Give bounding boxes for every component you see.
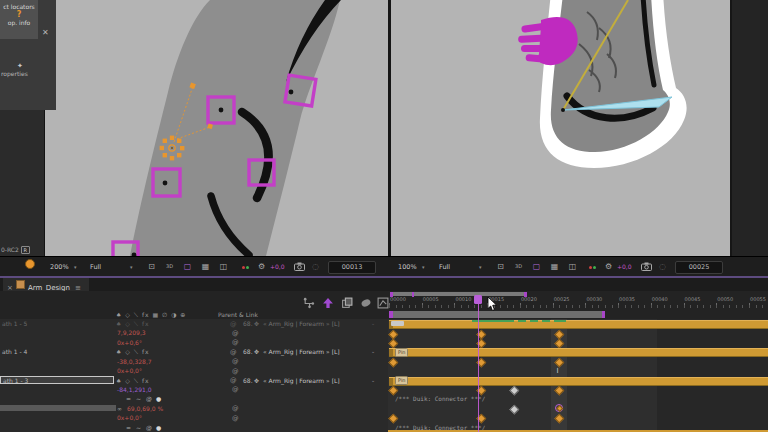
property-value[interactable]: 0x+0,0° <box>117 367 142 374</box>
chevron-down-icon[interactable]: ⌄ <box>371 320 375 326</box>
show-snapshot-icon[interactable]: ◌ <box>657 261 668 272</box>
transparency-grid-icon[interactable]: ▦ <box>549 261 560 272</box>
chevron-down-icon[interactable]: ⌄ <box>371 348 375 354</box>
tab-arm-design[interactable]: ×Arm_Design≡ <box>3 278 89 291</box>
keyframe-track-row[interactable]: Pin <box>388 376 768 385</box>
viewer-separator[interactable] <box>388 0 391 256</box>
resolution-select[interactable]: Full <box>439 257 450 277</box>
parent-target[interactable]: « Arm_Rig | Forearm » [L] <box>263 377 340 384</box>
keyframe-track-row[interactable] <box>388 413 768 422</box>
chevron-down-icon[interactable]: ⌄ <box>371 377 375 383</box>
property-row[interactable]: -38,0,328,7@ <box>0 357 388 366</box>
keyframe-track-row[interactable] <box>388 385 768 394</box>
playhead-line[interactable] <box>478 296 479 432</box>
close-icon[interactable]: ✕ <box>42 28 49 37</box>
property-value[interactable]: -38,0,328,7 <box>117 358 152 365</box>
fast-previews-gear-icon[interactable]: ⚙ <box>603 261 614 272</box>
properties-button[interactable]: ✦ roperties <box>1 62 55 77</box>
property-row[interactable]: ath 1 - 4♠ ◇ ⟍ fx@68.✥« Arm_Rig | Forear… <box>0 347 388 356</box>
property-row[interactable]: 0x+0,0°@ <box>0 366 388 375</box>
mask-visibility-icon[interactable]: ◫ <box>218 261 229 272</box>
composition-viewer-right[interactable] <box>391 0 730 256</box>
property-value[interactable]: -84,1,291,0 <box>117 386 152 393</box>
property-row[interactable]: -84,1,291,0@ <box>0 385 388 394</box>
keyframe-diamond[interactable] <box>555 405 563 413</box>
property-row[interactable]: ath 1 - 3♠ ◇ ⟍ fx@68.✥« Arm_Rig | Forear… <box>0 376 388 385</box>
chevron-down-icon[interactable]: ▾ <box>422 257 425 277</box>
expression-text[interactable]: /*** Duik: Connector ***/ <box>395 395 485 402</box>
pickwhip-icon[interactable]: @ <box>232 385 239 393</box>
r-badge[interactable]: R <box>21 246 30 254</box>
keyframe-track-row[interactable] <box>388 328 768 337</box>
region-of-interest-icon[interactable]: ▢ <box>182 261 193 272</box>
preview-icon[interactable]: ⊡ <box>495 261 506 272</box>
property-value[interactable]: 7,9,209,3 <box>117 329 146 336</box>
layer-switches[interactable]: ♠ ◇ ⟍ fx <box>116 348 150 356</box>
keyframe-track-row[interactable] <box>388 357 768 366</box>
link-icon[interactable]: ∞ <box>117 405 122 412</box>
expression-enable-icon[interactable]: = <box>126 395 131 402</box>
keyframe-track-row[interactable]: I <box>388 366 768 375</box>
layer-switches[interactable]: ♠ ◇ ⟍ fx <box>116 377 150 385</box>
navigator-end-handle[interactable] <box>524 292 527 297</box>
layer-name[interactable]: ath 1 - 3 <box>3 377 28 384</box>
timeline-navigator-bar[interactable] <box>390 292 527 296</box>
keyframe-track-row[interactable] <box>388 404 768 413</box>
snapshot-camera-icon[interactable] <box>294 261 305 272</box>
layer-name-box[interactable]: ath 1 - 3 <box>0 376 114 385</box>
expression-language-icon[interactable]: ● <box>156 424 161 431</box>
work-area-bar[interactable] <box>389 311 605 318</box>
preview-icon[interactable]: ⊡ <box>146 261 157 272</box>
timecode-field[interactable]: 00025 <box>675 261 723 274</box>
playhead-handle[interactable] <box>474 295 482 304</box>
layer-name[interactable]: ath 1 - 5 <box>2 320 27 327</box>
pickwhip-icon[interactable]: @ <box>230 348 237 356</box>
selected-keyframe[interactable] <box>555 404 563 412</box>
snapshot-camera-icon[interactable] <box>641 261 652 272</box>
mask-visibility-icon[interactable]: ◫ <box>567 261 578 272</box>
pickwhip-icon[interactable]: @ <box>232 414 239 422</box>
property-row[interactable]: 7,9,209,3@ <box>0 328 388 337</box>
pickwhip-icon[interactable]: @ <box>232 338 239 346</box>
pickwhip-icon[interactable]: @ <box>232 404 239 412</box>
channels-icon[interactable] <box>587 261 598 272</box>
region-of-interest-icon[interactable]: ▢ <box>531 261 542 272</box>
navigator-start-handle[interactable] <box>390 292 393 297</box>
pickwhip-icon[interactable]: @ <box>232 357 239 365</box>
parent-target[interactable]: « Arm_Rig | Forearm » [L] <box>263 320 340 327</box>
resolution-select[interactable]: Full <box>90 257 101 277</box>
mini-flowchart-icon[interactable] <box>303 294 315 306</box>
shy-toggle-icon[interactable] <box>322 294 334 306</box>
pin-label-chip[interactable]: Pin <box>395 348 408 357</box>
property-row[interactable]: 0x+0,0°@ <box>0 413 388 422</box>
expression-pickwhip-icon[interactable]: @ <box>146 395 152 402</box>
pin-label-chip[interactable]: Pin <box>395 376 408 385</box>
zoom-select[interactable]: 200% <box>50 257 69 277</box>
motion-blur-icon[interactable] <box>360 294 372 306</box>
zoom-select[interactable]: 100% <box>398 257 417 277</box>
draft-3d-icon[interactable]: 3D <box>513 261 524 272</box>
keyframe-track-row[interactable] <box>388 338 768 347</box>
composition-viewer-left[interactable] <box>44 0 388 256</box>
transparency-grid-icon[interactable]: ▦ <box>200 261 211 272</box>
property-row[interactable]: ∞69,0,69,0 %@ <box>0 404 388 413</box>
chevron-down-icon[interactable]: ▾ <box>479 257 482 277</box>
property-value[interactable]: 69,0,69,0 % <box>127 405 163 412</box>
channels-icon[interactable] <box>240 261 251 272</box>
work-area-start-handle[interactable] <box>389 311 393 318</box>
parent-target[interactable]: « Arm_Rig | Forearm » [L] <box>263 348 340 355</box>
expression-enable-icon[interactable]: = <box>126 424 131 431</box>
property-row[interactable]: =~@● <box>0 394 388 403</box>
property-row[interactable]: =~@● <box>0 423 388 432</box>
value-slider-bar[interactable] <box>0 405 116 411</box>
duik-status-dot[interactable] <box>25 259 35 269</box>
draft-3d-icon[interactable]: 3D <box>164 261 175 272</box>
keyframe-track-row[interactable]: Pin <box>388 347 768 356</box>
expression-language-icon[interactable]: ● <box>156 395 161 402</box>
property-row[interactable]: ath 1 - 5♠ ◇ ⟍ fx@68.✥« Arm_Rig | Forear… <box>0 319 388 328</box>
pickwhip-icon[interactable]: @ <box>230 376 237 384</box>
chevron-down-icon[interactable]: ▾ <box>130 257 133 277</box>
expression-graph-icon[interactable]: ~ <box>136 424 141 431</box>
layer-switches[interactable]: ♠ ◇ ⟍ fx <box>116 320 150 328</box>
exposure-value[interactable]: +0,0 <box>270 257 285 277</box>
